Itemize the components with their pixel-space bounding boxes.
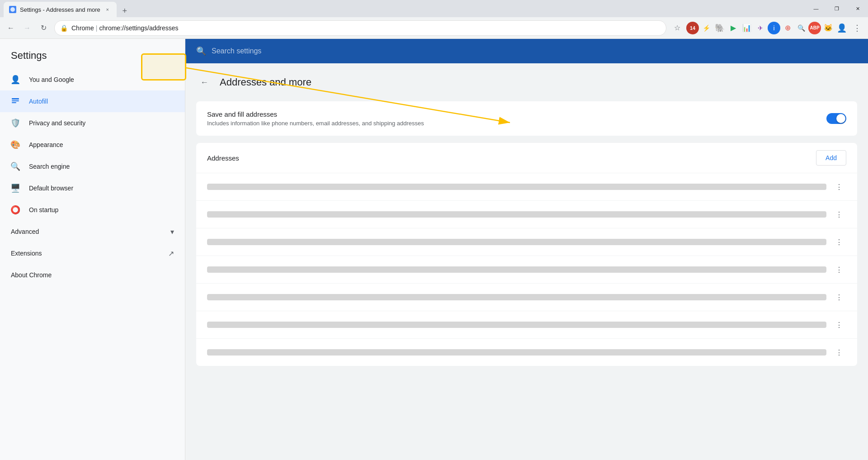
person-icon: 👤 xyxy=(11,75,20,84)
appearance-icon: 🎨 xyxy=(11,140,20,149)
startup-icon: ⭕ xyxy=(11,205,20,214)
maximize-button[interactable]: ❐ xyxy=(826,0,847,17)
ext-icon-10[interactable]: 🐱 xyxy=(822,22,835,34)
sidebar-label-autofill: Autofill xyxy=(29,98,48,105)
setting-info: Save and fill addresses Includes informa… xyxy=(207,110,816,127)
save-fill-label: Save and fill addresses xyxy=(207,110,816,118)
tab-strip: Settings - Addresses and more × + xyxy=(0,0,131,17)
tab-close-button[interactable]: × xyxy=(104,6,111,13)
sidebar-label-on-startup: On startup xyxy=(29,206,58,213)
address-url: chrome://settings/addresses xyxy=(99,24,178,32)
search-icon: 🔍 xyxy=(11,162,20,171)
address-blurred-text xyxy=(207,322,826,328)
sidebar-label-default-browser: Default browser xyxy=(29,185,73,192)
sidebar-item-default-browser[interactable]: 🖥️ Default browser xyxy=(0,177,185,199)
minimize-button[interactable]: — xyxy=(806,0,826,17)
extensions-left: Extensions xyxy=(11,250,42,257)
sidebar-item-autofill[interactable]: Autofill xyxy=(0,90,185,112)
toggle-knob xyxy=(836,114,845,123)
address-blurred-text xyxy=(207,184,826,190)
ext-icon-8[interactable]: ⊕ xyxy=(781,22,794,34)
ext-icon-4[interactable]: ▶ xyxy=(727,22,740,34)
address-entry-7: ⋮ xyxy=(196,339,857,366)
sidebar-label-appearance: Appearance xyxy=(29,141,63,148)
ext-icon-6[interactable]: ✈ xyxy=(754,22,767,34)
lock-icon: 🔒 xyxy=(60,24,68,32)
ext-icon-9[interactable]: 🔍 xyxy=(795,22,807,34)
ext-icon-5[interactable]: 📊 xyxy=(741,22,753,34)
close-button[interactable]: ✕ xyxy=(847,0,868,17)
svg-rect-2 xyxy=(12,100,19,101)
sidebar-label-extensions: Extensions xyxy=(11,250,42,257)
address-blurred-text xyxy=(207,239,826,245)
sidebar-item-about-chrome[interactable]: About Chrome xyxy=(0,264,185,286)
address-entry-6: ⋮ xyxy=(196,311,857,339)
tab-title: Settings - Addresses and more xyxy=(20,6,100,13)
sidebar-label-search-engine: Search engine xyxy=(29,163,70,170)
avatar-button[interactable]: 👤 xyxy=(835,22,848,34)
sidebar-label-privacy: Privacy and security xyxy=(29,119,85,127)
add-address-button[interactable]: Add xyxy=(816,150,846,166)
extensions-area: 14 ⚡ 🐘 ▶ 📊 ✈ i ⊕ 🔍 ABP 🐱 👤 xyxy=(686,22,848,34)
external-link-icon: ↗ xyxy=(168,249,174,258)
address-blurred-text xyxy=(207,349,826,356)
autofill-icon xyxy=(11,97,20,106)
address-entry-4: ⋮ xyxy=(196,256,857,284)
sidebar-item-advanced[interactable]: Advanced ▾ xyxy=(0,221,185,242)
save-fill-description: Includes information like phone numbers,… xyxy=(207,120,816,127)
main-content: Settings 👤 You and Google xyxy=(0,39,868,460)
content-search-input[interactable] xyxy=(212,47,857,55)
title-bar: Settings - Addresses and more × + — ❐ ✕ xyxy=(0,0,868,17)
back-button[interactable]: ← xyxy=(4,21,18,35)
address-blurred-text xyxy=(207,211,826,218)
address-more-button-5[interactable]: ⋮ xyxy=(832,290,846,304)
address-more-button-7[interactable]: ⋮ xyxy=(832,345,846,360)
bookmark-button[interactable]: ☆ xyxy=(670,21,684,35)
ext-icon-adblock[interactable]: ABP xyxy=(808,22,821,34)
ext-icon-2[interactable]: ⚡ xyxy=(700,22,712,34)
settings-sidebar: Settings 👤 You and Google xyxy=(0,39,185,460)
address-entry-5: ⋮ xyxy=(196,284,857,311)
svg-point-0 xyxy=(10,7,15,12)
save-fill-toggle[interactable] xyxy=(826,113,846,124)
address-blurred-text xyxy=(207,294,826,300)
forward-button[interactable]: → xyxy=(20,21,34,35)
ext-icon-7[interactable]: i xyxy=(768,22,780,34)
settings-title: Settings xyxy=(0,39,185,69)
address-bar[interactable]: 🔒 Chrome | chrome://settings/addresses xyxy=(54,20,666,36)
content-search-bar: 🔍 xyxy=(185,39,868,63)
content-body: ← Addresses and more Save and fill addre… xyxy=(185,63,868,384)
address-more-button-2[interactable]: ⋮ xyxy=(832,207,846,222)
address-entry-1: ⋮ xyxy=(196,173,857,201)
addresses-section: Addresses Add ⋮ ⋮ ⋮ xyxy=(196,143,857,366)
address-brand: Chrome xyxy=(71,24,94,32)
chrome-menu-button[interactable]: ⋮ xyxy=(850,21,864,35)
address-more-button-4[interactable]: ⋮ xyxy=(832,262,846,277)
chevron-down-icon: ▾ xyxy=(170,228,174,236)
sidebar-item-appearance[interactable]: 🎨 Appearance xyxy=(0,134,185,156)
browser-icon: 🖥️ xyxy=(11,184,20,193)
address-more-button-1[interactable]: ⋮ xyxy=(832,180,846,194)
new-tab-button[interactable]: + xyxy=(118,5,131,17)
sidebar-item-on-startup[interactable]: ⭕ On startup xyxy=(0,199,185,221)
tab-favicon xyxy=(9,6,16,13)
active-tab[interactable]: Settings - Addresses and more × xyxy=(4,2,117,17)
sidebar-item-privacy[interactable]: 🛡️ Privacy and security xyxy=(0,112,185,134)
sidebar-item-search-engine[interactable]: 🔍 Search engine xyxy=(0,156,185,177)
page-title: Addresses and more xyxy=(220,76,311,88)
toolbar: ← → ↻ 🔒 Chrome | chrome://settings/addre… xyxy=(0,17,868,39)
sidebar-item-you-google[interactable]: 👤 You and Google xyxy=(0,69,185,90)
reload-button[interactable]: ↻ xyxy=(36,21,51,35)
addresses-section-label: Addresses xyxy=(207,154,239,162)
sidebar-item-extensions[interactable]: Extensions ↗ xyxy=(0,242,185,264)
svg-rect-1 xyxy=(12,98,19,100)
shield-icon: 🛡️ xyxy=(11,119,20,128)
save-fill-setting-row: Save and fill addresses Includes informa… xyxy=(196,101,857,136)
sidebar-nav: 👤 You and Google Autofill xyxy=(0,69,185,460)
address-more-button-3[interactable]: ⋮ xyxy=(832,235,846,249)
address-more-button-6[interactable]: ⋮ xyxy=(832,318,846,332)
ext-icon-3[interactable]: 🐘 xyxy=(713,22,726,34)
ext-icon-1[interactable]: 14 xyxy=(686,22,699,34)
back-button-content[interactable]: ← xyxy=(196,74,212,90)
sidebar-label-you-google: You and Google xyxy=(29,76,74,83)
